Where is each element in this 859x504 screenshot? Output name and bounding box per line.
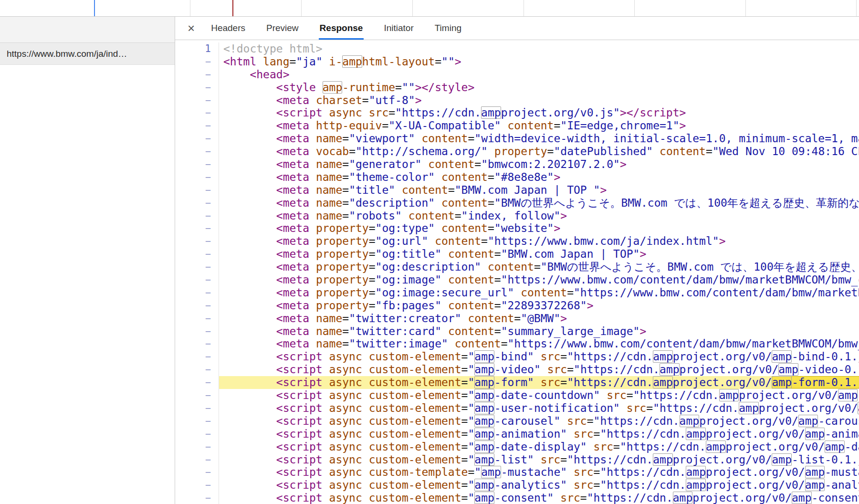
- line-gutter: −: [175, 55, 219, 68]
- tab-initiator[interactable]: Initiator: [384, 17, 413, 40]
- code-line: − <style amp-runtime=""></style>: [175, 81, 859, 94]
- search-match: amp: [778, 363, 798, 376]
- search-match: amp: [805, 428, 825, 440]
- code-line: − <meta vocab="http://schema.org/" prope…: [175, 145, 859, 158]
- close-icon[interactable]: ×: [188, 22, 195, 34]
- code-line-text: <meta name="twitter:image" content="http…: [219, 337, 859, 350]
- line-gutter: −: [175, 299, 219, 312]
- line-gutter: −: [175, 441, 219, 453]
- tab-preview[interactable]: Preview: [266, 17, 299, 40]
- search-match-current: amp-form-0.1.js: [772, 376, 859, 388]
- search-match: amp: [686, 466, 706, 478]
- search-match: amp: [686, 428, 706, 440]
- search-match: amp: [474, 389, 494, 401]
- code-line-text: <meta property="og:image:secure_url" con…: [219, 286, 859, 299]
- response-code-viewer[interactable]: 1<!doctype html>−<html lang="ja" i-ampht…: [175, 40, 859, 504]
- search-match: amp: [474, 492, 494, 504]
- code-line: − <meta name="title" content="BMW.com Ja…: [175, 184, 859, 197]
- line-gutter: −: [175, 415, 219, 428]
- code-line-text: <script async custom-element="amp-bind" …: [219, 350, 859, 363]
- line-gutter: −: [175, 210, 219, 222]
- detail-tabs: HeadersPreviewResponseInitiatorTiming: [200, 17, 472, 40]
- code-line-text: <html lang="ja" i-amphtml-layout="">: [219, 55, 859, 68]
- code-line: − <meta name="twitter:creator" content="…: [175, 312, 859, 325]
- line-gutter: −: [175, 235, 219, 248]
- line-gutter: −: [175, 286, 219, 299]
- line-gutter: −: [175, 222, 219, 235]
- code-line-text: <meta name="viewport" content="width=dev…: [219, 132, 859, 145]
- code-line: − <meta property="og:title" content="BMW…: [175, 248, 859, 261]
- search-match: amp: [706, 441, 726, 453]
- code-line-text: <script async custom-element="amp-analyt…: [219, 479, 859, 492]
- line-gutter: −: [175, 273, 219, 286]
- code-line-text: <script async custom-element="amp-user-n…: [219, 402, 859, 415]
- code-line-text: <meta name="description" content="BMWの世界…: [219, 197, 859, 210]
- code-line-text: <script async custom-element="amp-form" …: [219, 376, 859, 389]
- code-line-text: <script async custom-element="amp-carous…: [219, 415, 859, 428]
- search-match: amp: [481, 466, 501, 478]
- code-line-text: <!doctype html>: [219, 42, 859, 55]
- tab-response[interactable]: Response: [320, 17, 363, 40]
- code-line: − <meta http-equiv="X-UA-Compatible" con…: [175, 119, 859, 132]
- line-gutter: −: [175, 492, 219, 504]
- search-match: amp: [772, 350, 792, 363]
- search-match: amp: [481, 106, 501, 119]
- code-line-text: <meta vocab="http://schema.org/" propert…: [219, 145, 859, 158]
- code-line: − <head>: [175, 68, 859, 81]
- search-match: amp: [653, 453, 673, 466]
- tab-timing[interactable]: Timing: [435, 17, 461, 40]
- search-match: amp: [660, 363, 680, 376]
- code-line: − <script async custom-element="amp-date…: [175, 389, 859, 402]
- code-line: − <script async custom-element="amp-vide…: [175, 363, 859, 376]
- line-gutter: −: [175, 184, 219, 197]
- dcl-event-marker: [94, 0, 95, 16]
- search-match: amp: [474, 415, 494, 427]
- code-line-text: <meta name="title" content="BMW.com Japa…: [219, 184, 859, 197]
- line-gutter: −: [175, 312, 219, 325]
- line-gutter: −: [175, 248, 219, 261]
- code-line: − <script async src="https://cdn.ampproj…: [175, 106, 859, 119]
- code-line-text: <meta name="twitter:creator" content="@B…: [219, 312, 859, 325]
- request-list-header: [0, 17, 175, 43]
- code-line: − <script async custom-element="amp-caro…: [175, 415, 859, 428]
- code-line: − <script async custom-element="amp-user…: [175, 402, 859, 415]
- code-line-text: <script async src="https://cdn.ampprojec…: [219, 106, 859, 119]
- code-line-text: <head>: [219, 68, 859, 81]
- search-match: amp: [805, 479, 825, 491]
- load-event-marker: [232, 0, 233, 16]
- search-match: amp: [792, 492, 812, 504]
- code-line: − <meta name="robots" content="index, fo…: [175, 210, 859, 222]
- line-gutter: −: [175, 197, 219, 210]
- line-gutter: −: [175, 428, 219, 441]
- search-match: amp: [838, 389, 858, 401]
- code-line: − <script async custom-element="amp-form…: [175, 376, 859, 389]
- line-gutter: −: [175, 106, 219, 119]
- overview-gridline: [190, 0, 190, 16]
- code-line: − <meta name="viewport" content="width=d…: [175, 132, 859, 145]
- line-gutter: −: [175, 132, 219, 145]
- search-match: amp: [825, 441, 845, 453]
- code-line: − <meta property="og:image:secure_url" c…: [175, 286, 859, 299]
- code-line: − <meta property="og:url" content="https…: [175, 235, 859, 248]
- code-line: − <script async custom-element="amp-anal…: [175, 479, 859, 492]
- line-gutter: −: [175, 466, 219, 479]
- code-line-text: <script async custom-element="amp-date-d…: [219, 441, 859, 453]
- code-line-text: <meta property="og:url" content="https:/…: [219, 235, 859, 248]
- code-line: − <meta name="theme-color" content="#8e8…: [175, 171, 859, 184]
- line-gutter: 1: [175, 42, 219, 55]
- search-match: amp: [772, 453, 792, 466]
- overview-gridline: [524, 0, 524, 16]
- code-line: − <meta name="twitter:card" content="sum…: [175, 325, 859, 338]
- request-row-selected[interactable]: https://www.bmw.com/ja/ind…: [0, 43, 175, 65]
- code-line-text: <script async custom-element="amp-animat…: [219, 428, 859, 441]
- request-url: https://www.bmw.com/ja/ind…: [7, 49, 127, 59]
- search-match: amp: [474, 350, 494, 363]
- code-line-text: <meta property="og:title" content="BMW.c…: [219, 248, 859, 261]
- search-match: amp: [323, 81, 343, 94]
- search-match: amp: [474, 363, 494, 376]
- code-line: −<html lang="ja" i-amphtml-layout="">: [175, 55, 859, 68]
- tab-headers[interactable]: Headers: [211, 17, 245, 40]
- line-gutter: −: [175, 94, 219, 107]
- code-line-text: <meta name="generator" content="bmwcom:2…: [219, 158, 859, 171]
- search-match: amp: [474, 376, 494, 388]
